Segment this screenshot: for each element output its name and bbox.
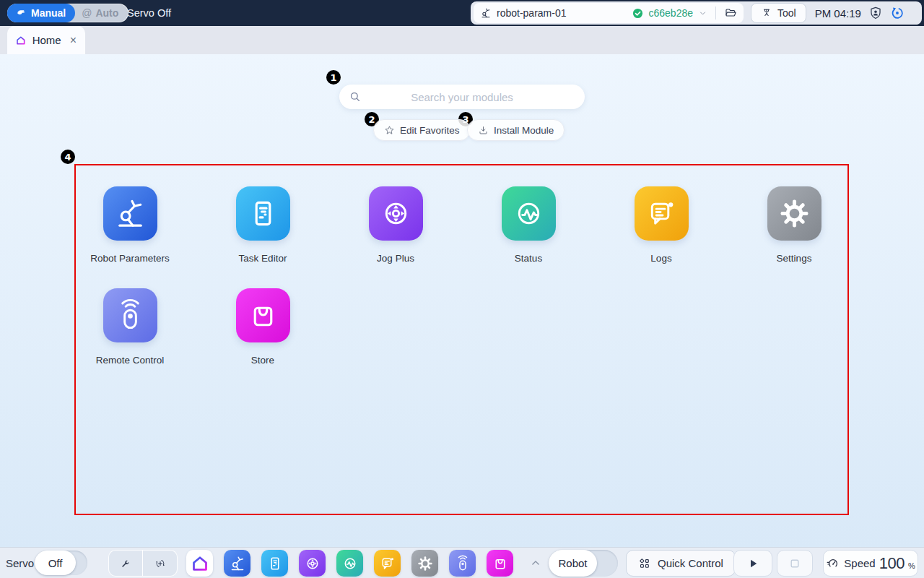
topbar-right-panel: robot-param-01 c66eb28e Tool PM 04:19 [471, 1, 922, 25]
remote-icon [454, 555, 471, 572]
module-tile-logs[interactable] [635, 186, 689, 241]
task-document-icon [266, 555, 284, 572]
dock-jog-plus[interactable] [299, 550, 326, 577]
gear-icon [777, 197, 811, 230]
bottom-bar: Servo Off [0, 547, 924, 578]
module-remote-control: Remote Control [64, 288, 196, 366]
module-tile-status[interactable] [502, 186, 556, 241]
jog-pad-icon [304, 555, 321, 572]
module-label: Robot Parameters [90, 253, 170, 264]
module-robot-parameters: Robot Parameters [64, 186, 196, 264]
auto-mode-icon: @ [82, 7, 92, 19]
speedometer-icon [826, 556, 840, 571]
pulse-icon [341, 555, 359, 572]
play-button[interactable] [733, 550, 772, 577]
tool-button[interactable]: Tool [751, 3, 806, 23]
speed-unit: % [908, 561, 915, 570]
chevron-up-icon[interactable] [529, 556, 542, 569]
dock-settings[interactable] [411, 550, 438, 577]
divider [715, 7, 716, 20]
robot-toggle-knob: Robot [549, 550, 597, 577]
module-label: Store [251, 355, 274, 366]
module-tile-jog-plus[interactable] [369, 186, 423, 241]
robot-arm-icon [113, 197, 147, 230]
auto-mode-label: Auto [95, 7, 118, 19]
jog-pad-icon [379, 197, 413, 230]
module-tile-task-editor[interactable] [236, 186, 290, 241]
chevron-down-icon[interactable] [698, 9, 707, 18]
chat-log-icon [645, 197, 679, 230]
quick-control-label: Quick Control [658, 557, 723, 569]
auto-mode-button[interactable]: @ Auto [75, 4, 128, 22]
move-crosshair-icon [154, 557, 167, 570]
module-task-editor: Task Editor [196, 186, 329, 264]
home-screen: 1 2 3 4 Edit Favorites Install Module Ro… [0, 54, 924, 547]
manual-mode-label: Manual [31, 7, 66, 19]
dock-remote-control[interactable] [449, 550, 476, 577]
stop-button[interactable] [777, 550, 813, 577]
module-logs: Logs [595, 186, 728, 264]
module-label: Jog Plus [377, 253, 414, 264]
module-label: Logs [650, 253, 671, 264]
servo-label: Servo [6, 548, 34, 578]
speed-label: Speed [844, 557, 875, 569]
edit-favorites-button[interactable]: Edit Favorites [373, 119, 471, 141]
robot-toggle[interactable]: Robot [549, 550, 618, 577]
module-tile-remote-control[interactable] [103, 288, 157, 342]
hand-icon [17, 8, 27, 18]
tool-label: Tool [777, 7, 796, 19]
dock-store[interactable] [487, 550, 513, 577]
module-search [339, 85, 585, 109]
module-status: Status [462, 186, 595, 264]
star-icon [384, 125, 395, 136]
dock-logs[interactable] [374, 550, 401, 577]
folder-icon[interactable] [724, 7, 737, 20]
module-settings: Settings [728, 186, 860, 264]
speed-control[interactable]: Speed 100 % [823, 550, 918, 577]
close-icon[interactable]: × [70, 35, 77, 46]
shield-user-icon[interactable] [868, 6, 883, 20]
top-bar: Manual @ Auto Servo Off robot-param-01 c… [0, 0, 924, 26]
robot-pendant-app: Manual @ Auto Servo Off robot-param-01 c… [0, 0, 924, 578]
project-selector[interactable]: robot-param-01 c66eb28e [474, 3, 744, 23]
servo-toggle[interactable]: Off [35, 551, 87, 575]
manual-mode-button[interactable]: Manual [7, 4, 75, 22]
quick-control-button[interactable]: Quick Control [626, 550, 736, 577]
project-name: robot-param-01 [497, 7, 567, 19]
module-tile-settings[interactable] [767, 186, 821, 241]
module-label: Remote Control [96, 355, 165, 366]
reset-icon[interactable] [890, 6, 905, 20]
robot-arm-icon [229, 555, 246, 572]
speed-value: 100 [879, 554, 905, 573]
search-input[interactable] [339, 85, 585, 109]
remote-icon [113, 298, 147, 332]
install-module-button[interactable]: Install Module [467, 119, 565, 141]
tab-strip: Home × [0, 26, 924, 54]
home-icon [191, 555, 209, 572]
play-icon [746, 557, 759, 570]
project-status: c66eb28e [632, 7, 737, 20]
robot-arm-icon [480, 7, 492, 19]
module-grid-row-1: Robot Parameters Task Editor Jog Plus St… [64, 186, 860, 264]
module-jog-plus: Jog Plus [329, 186, 462, 264]
wrench-button[interactable] [109, 551, 143, 576]
dock-status[interactable] [336, 550, 363, 577]
module-tile-robot-parameters[interactable] [103, 186, 157, 241]
shopping-bag-icon [492, 555, 509, 572]
commit-id: c66eb28e [648, 7, 693, 19]
servo-status-text: Servo Off [127, 7, 171, 19]
module-label: Settings [777, 253, 812, 264]
install-module-label: Install Module [494, 125, 554, 136]
dock-task-editor[interactable] [261, 550, 288, 577]
project-info: robot-param-01 [480, 7, 567, 19]
dock-home[interactable] [186, 550, 213, 577]
module-label: Status [515, 253, 542, 264]
module-tile-store[interactable] [236, 288, 290, 342]
tool-segmented-control [108, 550, 178, 577]
dock-robot-parameters[interactable] [224, 550, 250, 577]
stop-icon [788, 556, 802, 571]
move-tool-button[interactable] [143, 551, 177, 576]
quick-control-grid-icon [638, 557, 651, 570]
gear-icon [417, 555, 434, 572]
tab-home[interactable]: Home × [7, 26, 85, 54]
